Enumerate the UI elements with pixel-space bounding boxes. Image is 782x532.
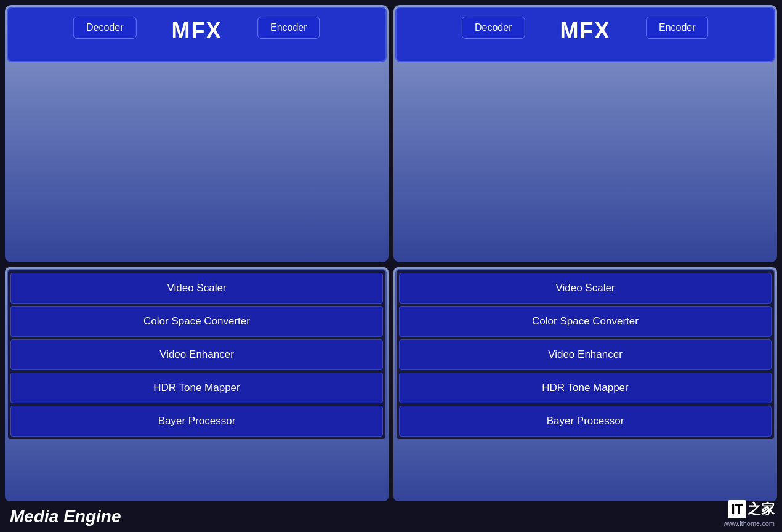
main-container: MFX: [0, 0, 782, 532]
watermark-url: www.ithome.com: [724, 520, 775, 527]
mfx-block-2-outer: MFX: [393, 5, 777, 262]
watermark-it-label: IT: [728, 500, 746, 518]
features-panel-2-outer: Video Scaler Color Space Converter Video…: [393, 267, 777, 501]
top-section: MFX: [0, 0, 782, 265]
feature-item-video-scaler-1: Video Scaler: [10, 273, 383, 304]
feature-item-hdr-2: HDR Tone Mapper: [399, 373, 772, 403]
mfx-title-2: MFX: [406, 18, 764, 44]
decoder-label-1: Decoder: [73, 17, 136, 39]
encoder-label-2: Encoder: [646, 17, 709, 39]
mfx-block-1: MFX: [7, 7, 387, 62]
feature-item-bayer-1: Bayer Processor: [10, 406, 383, 437]
features-panel-1-outer: Video Scaler Color Space Converter Video…: [5, 267, 389, 501]
bottom-section: Video Scaler Color Space Converter Video…: [0, 265, 782, 532]
encoder-label-1: Encoder: [257, 17, 320, 39]
feature-item-color-space-2: Color Space Converter: [399, 306, 772, 337]
footer-title: Media Engine: [10, 507, 121, 526]
footer: Media Engine: [0, 501, 782, 532]
watermark: IT 之家 www.ithome.com: [724, 500, 775, 527]
mfx-title-1: MFX: [18, 18, 376, 44]
watermark-home-label: 之家: [748, 500, 775, 518]
feature-item-video-enhancer-2: Video Enhancer: [399, 339, 772, 370]
mfx-block-1-outer: MFX: [5, 5, 389, 262]
feature-item-video-scaler-2: Video Scaler: [399, 273, 772, 304]
feature-item-hdr-1: HDR Tone Mapper: [10, 373, 383, 403]
feature-item-bayer-2: Bayer Processor: [399, 406, 772, 437]
watermark-logo: IT 之家: [728, 500, 775, 518]
decoder-label-2: Decoder: [462, 17, 525, 39]
features-panel-1: Video Scaler Color Space Converter Video…: [7, 269, 387, 440]
mfx-block-2: MFX: [395, 7, 775, 62]
features-panel-2: Video Scaler Color Space Converter Video…: [395, 269, 775, 440]
feature-item-video-enhancer-1: Video Enhancer: [10, 339, 383, 370]
feature-item-color-space-1: Color Space Converter: [10, 306, 383, 337]
